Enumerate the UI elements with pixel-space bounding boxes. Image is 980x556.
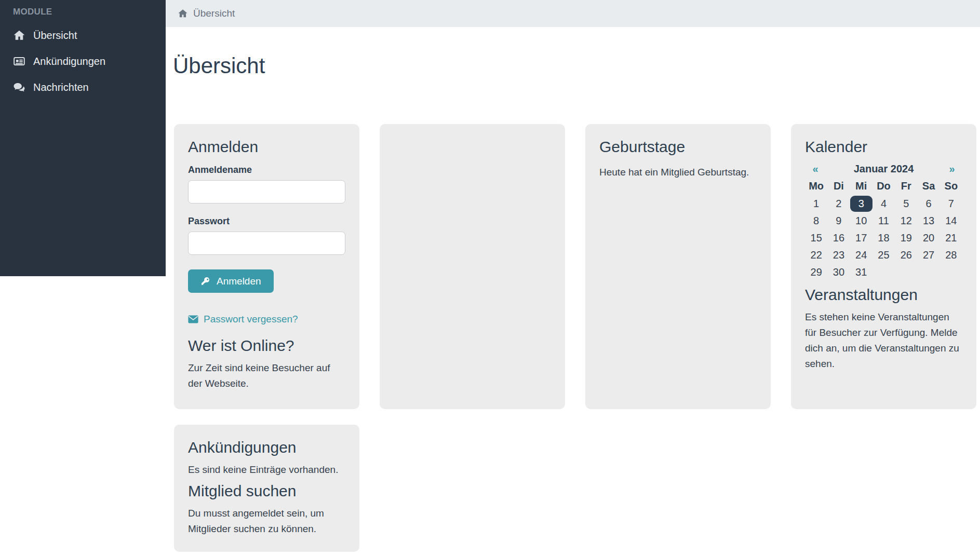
sidebar-item-ankuendigungen[interactable]: Ankündigungen xyxy=(0,48,166,74)
sidebar-section-header: MODULE xyxy=(0,0,166,22)
calendar-weekday: Sa xyxy=(917,178,939,194)
calendar-day[interactable]: 5 xyxy=(895,196,917,212)
calendar-day[interactable]: 23 xyxy=(827,247,850,263)
calendar-day[interactable]: 21 xyxy=(940,230,962,246)
calendar-day[interactable]: 12 xyxy=(895,213,917,229)
calendar-card: Kalender « Januar 2024 » MoDiMiDoFrSaSo … xyxy=(791,124,976,409)
calendar-weekday-row: MoDiMiDoFrSaSo xyxy=(805,178,962,194)
calendar-day[interactable]: 1 xyxy=(805,196,827,212)
calendar-day[interactable]: 26 xyxy=(895,247,917,263)
announcements-card: Ankündigungen Es sind keine Einträge vor… xyxy=(174,425,359,552)
sidebar-item-uebersicht[interactable]: Übersicht xyxy=(0,22,166,48)
calendar-day[interactable]: 25 xyxy=(872,247,895,263)
calendar-day[interactable]: 17 xyxy=(850,230,872,246)
breadcrumb-current[interactable]: Übersicht xyxy=(193,8,235,19)
member-search-text: Du musst angemeldet sein, um Mitglieder … xyxy=(188,506,345,537)
page-title: Übersicht xyxy=(173,52,265,80)
username-input[interactable] xyxy=(188,180,345,204)
calendar-day[interactable]: 8 xyxy=(805,213,827,229)
password-label: Passwort xyxy=(188,216,345,227)
calendar-weekday: Di xyxy=(827,178,850,194)
calendar-day[interactable]: 15 xyxy=(805,230,827,246)
announcements-card-title: Ankündigungen xyxy=(188,438,345,457)
calendar-day[interactable]: 28 xyxy=(940,247,962,263)
sidebar-item-label: Übersicht xyxy=(33,30,77,42)
calendar-day-selected[interactable]: 3 xyxy=(850,196,872,212)
calendar-day[interactable]: 11 xyxy=(872,213,895,229)
calendar-day[interactable]: 10 xyxy=(850,213,872,229)
login-button[interactable]: Anmelden xyxy=(188,269,274,293)
calendar-weekday: Do xyxy=(872,178,895,194)
sidebar: MODULE Übersicht Ankündigungen Nachricht… xyxy=(0,0,166,276)
username-label: Anmeldename xyxy=(188,165,345,175)
home-icon[interactable] xyxy=(178,8,188,19)
calendar-day[interactable]: 27 xyxy=(917,247,939,263)
calendar-day[interactable]: 4 xyxy=(872,196,895,212)
sidebar-item-nachrichten[interactable]: Nachrichten xyxy=(0,74,166,100)
announcements-empty-text: Es sind keine Einträge vorhanden. xyxy=(188,462,345,478)
calendar-day[interactable]: 31 xyxy=(850,264,872,280)
calendar-month-label: Januar 2024 xyxy=(826,163,942,175)
key-icon xyxy=(200,276,210,286)
calendar-day[interactable]: 24 xyxy=(850,247,872,263)
calendar-day[interactable]: 20 xyxy=(917,230,939,246)
birthdays-card-title: Geburtstage xyxy=(599,138,757,156)
events-text: Es stehen keine Veranstaltungen für Besu… xyxy=(805,309,962,372)
birthdays-card: Geburtstage Heute hat ein Mitglied Gebur… xyxy=(585,124,771,409)
birthdays-text: Heute hat ein Mitglied Geburtstag. xyxy=(599,165,757,180)
login-button-label: Anmelden xyxy=(217,276,261,287)
calendar-day[interactable]: 30 xyxy=(827,264,850,280)
calendar-day[interactable]: 22 xyxy=(805,247,827,263)
calendar-weekday: Mi xyxy=(850,178,872,194)
newspaper-icon xyxy=(13,55,25,67)
login-card-title: Anmelden xyxy=(188,138,345,156)
calendar-day[interactable]: 13 xyxy=(917,213,939,229)
comments-icon xyxy=(13,81,25,93)
envelope-icon xyxy=(188,315,198,323)
calendar-nav: « Januar 2024 » xyxy=(805,161,962,176)
calendar-day[interactable]: 29 xyxy=(805,264,827,280)
calendar-days-grid: 1234567891011121314151617181920212223242… xyxy=(805,196,962,280)
calendar-day[interactable]: 19 xyxy=(895,230,917,246)
calendar-day[interactable]: 6 xyxy=(917,196,939,212)
calendar-day[interactable]: 2 xyxy=(827,196,850,212)
calendar-day[interactable]: 14 xyxy=(940,213,962,229)
calendar-day[interactable]: 7 xyxy=(940,196,962,212)
calendar-weekday: So xyxy=(940,178,962,194)
sidebar-item-label: Ankündigungen xyxy=(33,56,105,67)
calendar-day[interactable]: 18 xyxy=(872,230,895,246)
dashboard-cards-row: Anmelden Anmeldename Passwort Anmelden P… xyxy=(174,124,976,409)
forgot-password-link[interactable]: Passwort vergessen? xyxy=(188,314,345,325)
home-icon xyxy=(13,29,25,42)
whos-online-text: Zur Zeit sind keine Besucher auf der Web… xyxy=(188,360,345,391)
calendar-weekday: Fr xyxy=(895,178,917,194)
password-input[interactable] xyxy=(188,232,345,255)
calendar-prev-button[interactable]: « xyxy=(805,163,826,175)
forgot-password-label: Passwort vergessen? xyxy=(204,314,298,325)
calendar-day[interactable]: 16 xyxy=(827,230,850,246)
calendar-next-button[interactable]: » xyxy=(942,163,962,175)
events-title: Veranstaltungen xyxy=(805,286,962,304)
login-card: Anmelden Anmeldename Passwort Anmelden P… xyxy=(174,124,359,409)
whos-online-title: Wer ist Online? xyxy=(188,336,345,355)
sidebar-item-label: Nachrichten xyxy=(33,82,89,93)
breadcrumb: Übersicht xyxy=(166,0,980,27)
calendar-card-title: Kalender xyxy=(805,138,962,156)
member-search-title: Mitglied suchen xyxy=(188,482,345,500)
calendar-day[interactable]: 9 xyxy=(827,213,850,229)
empty-card xyxy=(380,124,565,409)
calendar-weekday: Mo xyxy=(805,178,827,194)
